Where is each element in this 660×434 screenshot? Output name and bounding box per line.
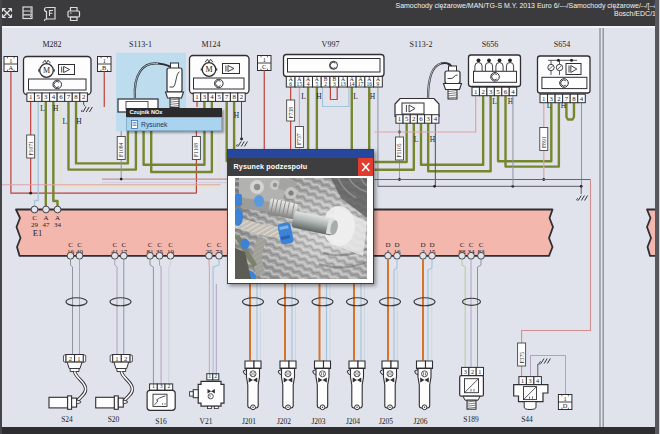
svg-text:E1: E1 <box>33 228 42 238</box>
svg-text:2: 2 <box>557 95 561 102</box>
svg-text:6: 6 <box>289 81 292 87</box>
svg-text:J206: J206 <box>413 417 427 426</box>
svg-text:F1105: F1105 <box>396 143 402 157</box>
svg-text:M: M <box>205 65 212 74</box>
svg-text:1: 1 <box>521 377 524 384</box>
svg-text:2: 2 <box>167 383 170 389</box>
svg-text:8: 8 <box>572 95 576 102</box>
svg-text:1: 1 <box>474 88 477 95</box>
svg-text:F738: F738 <box>288 107 294 119</box>
svg-text:7: 7 <box>225 93 229 100</box>
svg-text:L: L <box>40 104 45 113</box>
svg-text:1: 1 <box>9 57 12 64</box>
svg-text:2: 2 <box>214 373 217 379</box>
svg-text:8: 8 <box>74 93 78 100</box>
svg-text:17: 17 <box>358 81 364 87</box>
svg-text:4: 4 <box>511 88 515 95</box>
svg-text:7: 7 <box>565 95 569 102</box>
svg-text:2: 2 <box>240 93 244 100</box>
svg-text:2: 2 <box>82 93 86 100</box>
svg-text:1: 1 <box>263 56 266 63</box>
svg-text:J202: J202 <box>277 417 291 426</box>
svg-text:4: 4 <box>307 81 310 87</box>
svg-text:3: 3 <box>426 115 430 122</box>
svg-text:3: 3 <box>489 88 493 95</box>
svg-text:1: 1 <box>208 373 211 379</box>
svg-text:1: 1 <box>103 57 106 64</box>
svg-text:4: 4 <box>536 377 539 384</box>
svg-text:5: 5 <box>315 81 318 87</box>
svg-text:6: 6 <box>419 115 423 122</box>
svg-text:7: 7 <box>67 93 71 100</box>
svg-text:47: 47 <box>43 221 51 229</box>
svg-text:1: 1 <box>152 383 155 389</box>
svg-text:H: H <box>53 104 59 113</box>
svg-text:5: 5 <box>405 115 409 122</box>
svg-text:3: 3 <box>333 81 336 87</box>
svg-text:29: 29 <box>31 221 39 229</box>
svg-text:H: H <box>430 135 436 144</box>
svg-text:3: 3 <box>160 383 163 389</box>
svg-text:V997: V997 <box>322 40 340 49</box>
svg-text:8: 8 <box>232 93 236 100</box>
svg-text:L: L <box>353 92 358 101</box>
svg-text:4: 4 <box>52 93 56 100</box>
svg-text:F1084: F1084 <box>118 142 124 157</box>
svg-text:2: 2 <box>324 81 327 87</box>
svg-text:S113-1: S113-1 <box>129 40 152 49</box>
svg-text:S654: S654 <box>554 40 570 49</box>
svg-text:L: L <box>492 97 497 106</box>
svg-text:2: 2 <box>69 355 72 362</box>
svg-text:1: 1 <box>542 95 545 102</box>
svg-text:F1108: F1108 <box>193 143 199 157</box>
svg-text:6: 6 <box>504 88 508 95</box>
svg-text:S16: S16 <box>155 417 167 426</box>
svg-text:M: M <box>43 66 50 75</box>
svg-text:34: 34 <box>54 221 62 229</box>
svg-text:L: L <box>301 92 306 101</box>
svg-text:S113-2: S113-2 <box>410 40 433 49</box>
svg-text:13: 13 <box>340 81 346 87</box>
svg-text:H: H <box>370 92 376 101</box>
svg-text:3: 3 <box>529 377 532 384</box>
svg-text:1: 1 <box>29 93 32 100</box>
svg-text:5: 5 <box>218 93 222 100</box>
svg-text:1: 1 <box>564 395 567 402</box>
svg-text:A: A <box>8 64 13 71</box>
svg-text:S24: S24 <box>61 415 73 424</box>
svg-text:S44: S44 <box>521 415 533 424</box>
svg-text:S189: S189 <box>463 415 479 424</box>
svg-text:1: 1 <box>77 355 80 362</box>
svg-text:2: 2 <box>481 88 485 95</box>
svg-text:2: 2 <box>412 115 416 122</box>
svg-text:1: 1 <box>115 355 118 362</box>
svg-text:6: 6 <box>59 93 63 100</box>
svg-text:4: 4 <box>580 95 584 102</box>
svg-text:3: 3 <box>550 95 554 102</box>
svg-text:S656: S656 <box>482 40 498 49</box>
svg-text:F891: F891 <box>541 136 547 148</box>
svg-text:V21: V21 <box>200 417 213 426</box>
svg-text:F1071: F1071 <box>28 141 34 156</box>
svg-text:14: 14 <box>349 81 355 87</box>
svg-text:H: H <box>76 117 82 126</box>
svg-text:L: L <box>414 135 419 144</box>
svg-text:1: 1 <box>195 93 198 100</box>
svg-text:C: C <box>262 63 266 70</box>
svg-text:F375: F375 <box>519 352 525 364</box>
svg-text:M282: M282 <box>42 40 61 49</box>
svg-text:M124: M124 <box>201 40 220 49</box>
svg-text:H: H <box>234 111 240 120</box>
svg-text:1: 1 <box>398 115 401 122</box>
svg-text:2: 2 <box>471 368 474 375</box>
svg-text:1: 1 <box>478 368 481 375</box>
svg-text:H: H <box>316 92 322 101</box>
svg-text:J201: J201 <box>242 417 256 426</box>
svg-text:16: 16 <box>366 81 372 87</box>
svg-text:F737: F737 <box>296 133 302 145</box>
svg-text:3: 3 <box>464 368 467 375</box>
svg-text:3: 3 <box>44 93 48 100</box>
svg-text:J205: J205 <box>379 417 393 426</box>
svg-text:15: 15 <box>297 81 303 87</box>
svg-text:5: 5 <box>37 93 41 100</box>
